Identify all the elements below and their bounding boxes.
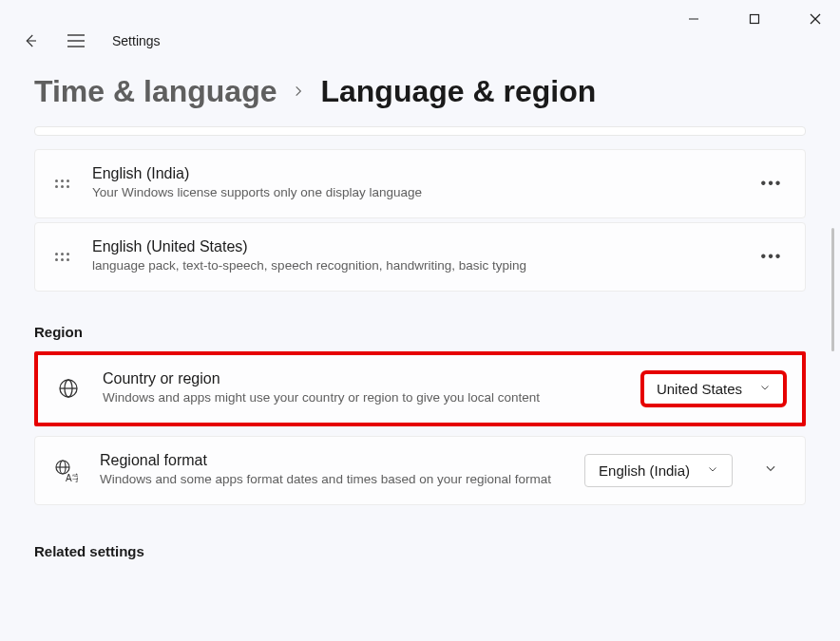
country-region-row[interactable]: Country or region Windows and apps might… bbox=[38, 355, 802, 423]
section-heading-region: Region bbox=[34, 324, 806, 340]
content-area: English (India) Your Windows license sup… bbox=[0, 113, 840, 641]
language-card[interactable]: English (India) Your Windows license sup… bbox=[34, 149, 806, 218]
globe-icon bbox=[55, 375, 82, 402]
breadcrumb-current: Language & region bbox=[320, 74, 596, 109]
breadcrumb-parent[interactable]: Time & language bbox=[34, 74, 277, 109]
regional-format-row[interactable]: A字 Regional format Windows and some apps… bbox=[34, 436, 806, 505]
breadcrumb: Time & language Language & region bbox=[0, 55, 840, 113]
card-text: Regional format Windows and some apps fo… bbox=[100, 452, 563, 489]
globe-translate-icon: A字 bbox=[52, 457, 79, 483]
back-button[interactable] bbox=[21, 31, 40, 50]
regional-format-dropdown[interactable]: English (India) bbox=[584, 454, 733, 487]
drag-handle-icon[interactable] bbox=[52, 253, 71, 261]
chevron-down-icon bbox=[759, 382, 771, 396]
header-row: Settings bbox=[0, 27, 840, 55]
card-text: English (India) Your Windows license sup… bbox=[92, 165, 735, 202]
dropdown-value: United States bbox=[657, 381, 742, 397]
chevron-down-icon bbox=[707, 463, 718, 478]
language-subtitle: Your Windows license supports only one d… bbox=[92, 184, 586, 202]
svg-rect-1 bbox=[751, 15, 759, 24]
close-button[interactable] bbox=[798, 9, 832, 28]
card-text: English (United States) language pack, t… bbox=[92, 238, 735, 275]
language-title: English (United States) bbox=[92, 238, 735, 255]
minimize-button[interactable] bbox=[677, 9, 711, 28]
svg-text:A字: A字 bbox=[66, 473, 78, 482]
regional-format-title: Regional format bbox=[100, 452, 563, 469]
chevron-right-icon bbox=[292, 81, 305, 103]
country-region-subtitle: Windows and apps might use your country … bbox=[103, 389, 597, 407]
country-region-dropdown[interactable]: United States bbox=[642, 372, 785, 405]
language-title: English (India) bbox=[92, 165, 735, 182]
more-options-button[interactable]: ••• bbox=[755, 167, 788, 199]
app-title: Settings bbox=[112, 33, 161, 48]
maximize-button[interactable] bbox=[737, 9, 772, 28]
scrollbar-thumb[interactable] bbox=[831, 228, 834, 351]
hamburger-menu-button[interactable] bbox=[67, 31, 86, 50]
more-options-button[interactable]: ••• bbox=[755, 240, 788, 273]
expand-button[interactable] bbox=[754, 462, 788, 479]
card-peek-top bbox=[34, 126, 806, 136]
dropdown-value: English (India) bbox=[599, 462, 690, 479]
highlight-annotation: Country or region Windows and apps might… bbox=[34, 351, 806, 426]
section-heading-related: Related settings bbox=[34, 543, 806, 559]
drag-handle-icon[interactable] bbox=[52, 179, 71, 188]
language-card[interactable]: English (United States) language pack, t… bbox=[34, 222, 806, 292]
country-region-title: Country or region bbox=[103, 370, 621, 387]
card-text: Country or region Windows and apps might… bbox=[103, 370, 621, 407]
language-subtitle: language pack, text-to-speech, speech re… bbox=[92, 257, 586, 275]
regional-format-subtitle: Windows and some apps format dates and t… bbox=[100, 471, 563, 489]
